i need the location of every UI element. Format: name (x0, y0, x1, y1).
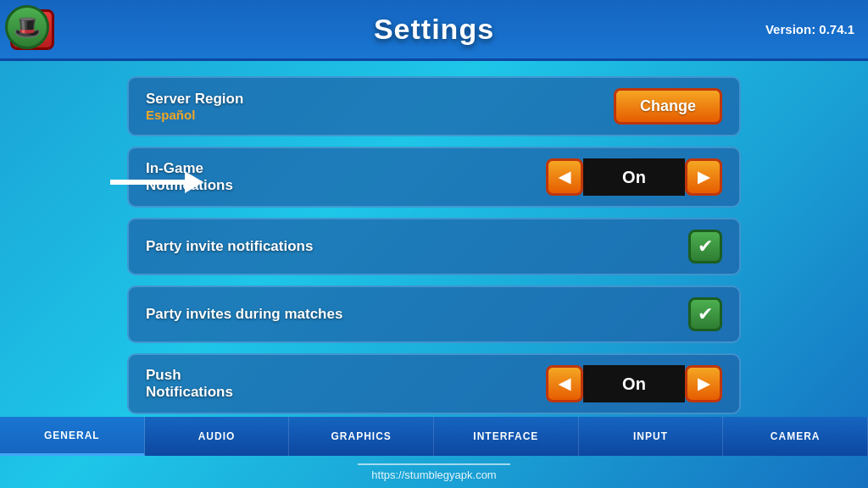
arrow-indicator (110, 169, 203, 195)
server-region-label: Server Region (146, 91, 243, 108)
footer-url: https://stumblegyapk.com (371, 469, 496, 481)
party-invite-notifications-row: Party invite notifications ✔ (127, 218, 741, 275)
tab-general[interactable]: GENERAL (0, 417, 145, 456)
tab-input[interactable]: INPUT (579, 417, 724, 456)
party-invite-notifications-checkbox[interactable]: ✔ (688, 230, 722, 263)
party-invites-during-matches-row: Party invites during matches ✔ (127, 286, 741, 343)
logo-icon: 🎩 (5, 5, 49, 49)
ingame-notifications-toggle[interactable]: ◀ On ▶ (546, 158, 722, 196)
change-region-button[interactable]: Change (614, 88, 722, 125)
party-invite-notifications-label: Party invite notifications (146, 238, 313, 255)
server-region-row: Server Region Español Change (127, 76, 741, 136)
tab-interface[interactable]: INTERFACE (434, 417, 579, 456)
tab-graphics[interactable]: GRAPHICS (289, 417, 434, 456)
logo: 🎩 (5, 5, 54, 54)
page-title: Settings (374, 13, 494, 46)
party-invites-during-matches-label: Party invites during matches (146, 306, 342, 323)
server-region-labels: Server Region Español (146, 91, 243, 122)
ingame-notifications-value: On (583, 158, 685, 196)
party-invites-during-matches-checkbox[interactable]: ✔ (688, 297, 722, 331)
ingame-notifications-row: In-Game Notifications ◀ On ▶ (127, 147, 741, 208)
settings-content: Server Region Español Change In-Game Not… (0, 61, 868, 423)
ingame-notifications-prev[interactable]: ◀ (546, 158, 583, 196)
push-notifications-row: Push Notifications ◀ On ▶ (127, 353, 741, 414)
tab-bar: GENERAL AUDIO GRAPHICS INTERFACE INPUT C… (0, 417, 868, 456)
push-notifications-prev[interactable]: ◀ (546, 365, 583, 402)
version-label: Version: 0.74.1 (765, 22, 854, 36)
svg-marker-1 (185, 171, 203, 193)
push-notifications-label: Push Notifications (146, 367, 233, 401)
ingame-notifications-next[interactable]: ▶ (685, 158, 722, 196)
tab-audio[interactable]: AUDIO (145, 417, 290, 456)
server-region-value: Español (146, 108, 243, 122)
push-notifications-next[interactable]: ▶ (685, 365, 722, 402)
tab-camera[interactable]: CAMERA (723, 417, 868, 456)
push-notifications-toggle[interactable]: ◀ On ▶ (546, 365, 722, 402)
footer-divider (358, 463, 510, 465)
header: 🎩 Settings Version: 0.74.1 (0, 0, 868, 61)
push-notifications-value: On (583, 365, 685, 402)
footer: https://stumblegyapk.com (0, 463, 868, 481)
